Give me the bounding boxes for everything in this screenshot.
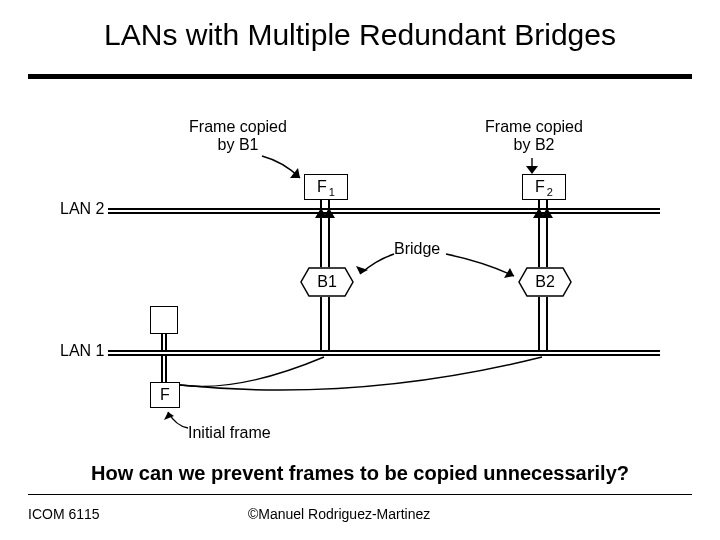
lan2-line [108, 208, 660, 210]
b1-top-a [320, 213, 322, 267]
bridge-arrow-left [352, 252, 396, 280]
frame-f-text: F [160, 386, 170, 403]
f1-stem-a [320, 200, 322, 210]
host-box [150, 306, 178, 334]
b1-top-b [328, 213, 330, 267]
f-stem-b [165, 355, 167, 382]
slide-question: How can we prevent frames to be copied u… [0, 462, 720, 485]
copied-b1-l1: Frame copied [178, 118, 298, 136]
f1-stem-b [328, 200, 330, 210]
lan2-label: LAN 2 [60, 200, 104, 218]
slide-title: LANs with Multiple Redundant Bridges [0, 18, 720, 52]
title-underline [28, 74, 692, 79]
copyright-text: ©Manuel Rodriguez-Martinez [248, 506, 430, 522]
host-stem-b [165, 334, 167, 351]
bridge-arrow-right [444, 252, 522, 282]
bridge-b1: B1 [300, 267, 354, 297]
course-code: ICOM 6115 [28, 506, 100, 522]
b1-bot-b [328, 297, 330, 351]
initial-frame-label: Initial frame [188, 424, 271, 442]
host-stem-a [161, 334, 163, 351]
f1-f: F [317, 178, 327, 195]
path-f-to-b2 [178, 355, 558, 405]
copied-b1-arrow [260, 154, 308, 184]
f-stem-a [161, 355, 163, 382]
f2-stem-a [538, 200, 540, 210]
bridge-label: Bridge [394, 240, 440, 258]
b1-bot-a [320, 297, 322, 351]
f2-stem-b [546, 200, 548, 210]
f2-f: F [535, 178, 545, 195]
b2-bot-a [538, 297, 540, 351]
bridge-b2: B2 [518, 267, 572, 297]
copied-b2-arrow [522, 156, 542, 178]
frame-f1-box: F1 [304, 174, 348, 200]
b1-text: B1 [317, 273, 337, 290]
f2-sub: 2 [547, 186, 553, 198]
copied-b2-label: Frame copied by B2 [474, 118, 594, 154]
footer-line [28, 494, 692, 495]
lan2-line-b [108, 212, 660, 214]
lan1-line [108, 350, 660, 352]
copied-b1-label: Frame copied by B1 [178, 118, 298, 154]
lan1-label: LAN 1 [60, 342, 104, 360]
network-diagram: LAN 2 LAN 1 F Initial frame B1 [60, 112, 660, 442]
initial-frame-arrow [162, 404, 192, 430]
copied-b2-l1: Frame copied [474, 118, 594, 136]
b2-top-b [546, 213, 548, 267]
copied-b1-l2: by B1 [178, 136, 298, 154]
b2-bot-b [546, 297, 548, 351]
copied-b2-l2: by B2 [474, 136, 594, 154]
b2-top-a [538, 213, 540, 267]
b2-text: B2 [535, 273, 555, 290]
f1-sub: 1 [329, 186, 335, 198]
slide: LANs with Multiple Redundant Bridges LAN… [0, 0, 720, 540]
